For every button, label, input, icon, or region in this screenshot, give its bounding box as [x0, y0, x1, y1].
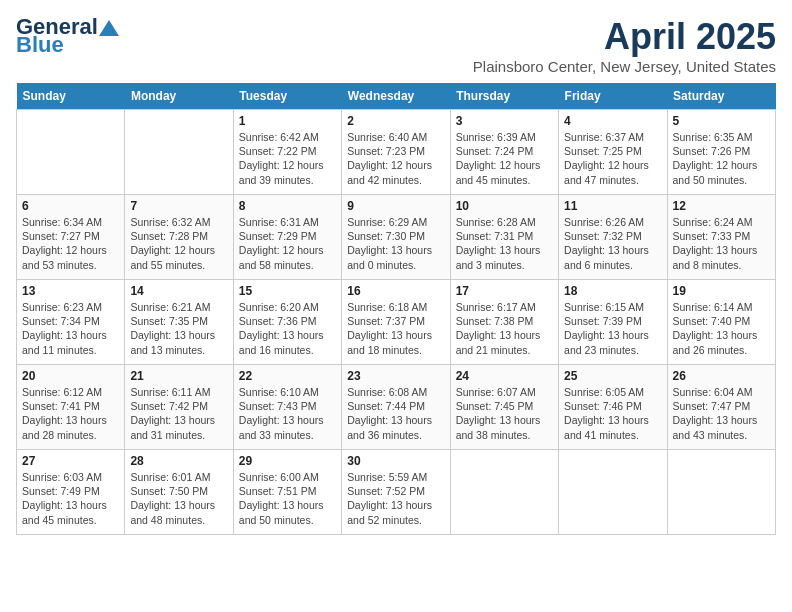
- calendar-cell: 16Sunrise: 6:18 AMSunset: 7:37 PMDayligh…: [342, 280, 450, 365]
- day-number: 7: [130, 199, 227, 213]
- calendar-cell: 24Sunrise: 6:07 AMSunset: 7:45 PMDayligh…: [450, 365, 558, 450]
- calendar-cell: 19Sunrise: 6:14 AMSunset: 7:40 PMDayligh…: [667, 280, 775, 365]
- day-number: 14: [130, 284, 227, 298]
- day-number: 24: [456, 369, 553, 383]
- calendar-cell: 1Sunrise: 6:42 AMSunset: 7:22 PMDaylight…: [233, 110, 341, 195]
- day-info: Sunrise: 6:01 AMSunset: 7:50 PMDaylight:…: [130, 470, 227, 527]
- location-title: Plainsboro Center, New Jersey, United St…: [473, 58, 776, 75]
- day-info: Sunrise: 6:18 AMSunset: 7:37 PMDaylight:…: [347, 300, 444, 357]
- logo-blue-text: Blue: [16, 34, 64, 56]
- day-info: Sunrise: 6:15 AMSunset: 7:39 PMDaylight:…: [564, 300, 661, 357]
- weekday-header-row: SundayMondayTuesdayWednesdayThursdayFrid…: [17, 83, 776, 110]
- day-info: Sunrise: 6:12 AMSunset: 7:41 PMDaylight:…: [22, 385, 119, 442]
- calendar-cell: 9Sunrise: 6:29 AMSunset: 7:30 PMDaylight…: [342, 195, 450, 280]
- calendar-cell: 18Sunrise: 6:15 AMSunset: 7:39 PMDayligh…: [559, 280, 667, 365]
- day-info: Sunrise: 6:26 AMSunset: 7:32 PMDaylight:…: [564, 215, 661, 272]
- svg-marker-0: [99, 20, 119, 36]
- day-info: Sunrise: 6:24 AMSunset: 7:33 PMDaylight:…: [673, 215, 770, 272]
- day-number: 5: [673, 114, 770, 128]
- week-row-3: 13Sunrise: 6:23 AMSunset: 7:34 PMDayligh…: [17, 280, 776, 365]
- day-number: 20: [22, 369, 119, 383]
- calendar-cell: 14Sunrise: 6:21 AMSunset: 7:35 PMDayligh…: [125, 280, 233, 365]
- week-row-1: 1Sunrise: 6:42 AMSunset: 7:22 PMDaylight…: [17, 110, 776, 195]
- weekday-header-thursday: Thursday: [450, 83, 558, 110]
- calendar-table: SundayMondayTuesdayWednesdayThursdayFrid…: [16, 83, 776, 535]
- day-info: Sunrise: 6:28 AMSunset: 7:31 PMDaylight:…: [456, 215, 553, 272]
- calendar-cell: 27Sunrise: 6:03 AMSunset: 7:49 PMDayligh…: [17, 450, 125, 535]
- calendar-cell: 20Sunrise: 6:12 AMSunset: 7:41 PMDayligh…: [17, 365, 125, 450]
- calendar-cell: [17, 110, 125, 195]
- day-number: 1: [239, 114, 336, 128]
- calendar-cell: 12Sunrise: 6:24 AMSunset: 7:33 PMDayligh…: [667, 195, 775, 280]
- day-info: Sunrise: 6:20 AMSunset: 7:36 PMDaylight:…: [239, 300, 336, 357]
- day-info: Sunrise: 6:17 AMSunset: 7:38 PMDaylight:…: [456, 300, 553, 357]
- day-info: Sunrise: 6:00 AMSunset: 7:51 PMDaylight:…: [239, 470, 336, 527]
- calendar-cell: 30Sunrise: 5:59 AMSunset: 7:52 PMDayligh…: [342, 450, 450, 535]
- calendar-cell: 23Sunrise: 6:08 AMSunset: 7:44 PMDayligh…: [342, 365, 450, 450]
- calendar-cell: 11Sunrise: 6:26 AMSunset: 7:32 PMDayligh…: [559, 195, 667, 280]
- day-number: 19: [673, 284, 770, 298]
- calendar-cell: 29Sunrise: 6:00 AMSunset: 7:51 PMDayligh…: [233, 450, 341, 535]
- day-number: 23: [347, 369, 444, 383]
- day-info: Sunrise: 6:08 AMSunset: 7:44 PMDaylight:…: [347, 385, 444, 442]
- day-number: 9: [347, 199, 444, 213]
- day-number: 25: [564, 369, 661, 383]
- day-info: Sunrise: 6:39 AMSunset: 7:24 PMDaylight:…: [456, 130, 553, 187]
- day-number: 13: [22, 284, 119, 298]
- day-info: Sunrise: 6:11 AMSunset: 7:42 PMDaylight:…: [130, 385, 227, 442]
- month-title: April 2025: [473, 16, 776, 58]
- page-header: General Blue April 2025 Plainsboro Cente…: [16, 16, 776, 75]
- logo: General Blue: [16, 16, 119, 56]
- day-number: 10: [456, 199, 553, 213]
- calendar-cell: 13Sunrise: 6:23 AMSunset: 7:34 PMDayligh…: [17, 280, 125, 365]
- day-info: Sunrise: 6:40 AMSunset: 7:23 PMDaylight:…: [347, 130, 444, 187]
- calendar-cell: [450, 450, 558, 535]
- weekday-header-monday: Monday: [125, 83, 233, 110]
- day-number: 22: [239, 369, 336, 383]
- calendar-cell: 22Sunrise: 6:10 AMSunset: 7:43 PMDayligh…: [233, 365, 341, 450]
- day-number: 18: [564, 284, 661, 298]
- calendar-cell: 21Sunrise: 6:11 AMSunset: 7:42 PMDayligh…: [125, 365, 233, 450]
- logo-icon: [99, 20, 119, 36]
- day-number: 11: [564, 199, 661, 213]
- day-info: Sunrise: 6:34 AMSunset: 7:27 PMDaylight:…: [22, 215, 119, 272]
- day-info: Sunrise: 6:14 AMSunset: 7:40 PMDaylight:…: [673, 300, 770, 357]
- calendar-cell: 4Sunrise: 6:37 AMSunset: 7:25 PMDaylight…: [559, 110, 667, 195]
- day-info: Sunrise: 6:32 AMSunset: 7:28 PMDaylight:…: [130, 215, 227, 272]
- day-info: Sunrise: 6:23 AMSunset: 7:34 PMDaylight:…: [22, 300, 119, 357]
- calendar-cell: [559, 450, 667, 535]
- day-number: 26: [673, 369, 770, 383]
- weekday-header-friday: Friday: [559, 83, 667, 110]
- week-row-5: 27Sunrise: 6:03 AMSunset: 7:49 PMDayligh…: [17, 450, 776, 535]
- weekday-header-wednesday: Wednesday: [342, 83, 450, 110]
- day-number: 27: [22, 454, 119, 468]
- day-info: Sunrise: 6:10 AMSunset: 7:43 PMDaylight:…: [239, 385, 336, 442]
- day-info: Sunrise: 6:04 AMSunset: 7:47 PMDaylight:…: [673, 385, 770, 442]
- calendar-cell: 28Sunrise: 6:01 AMSunset: 7:50 PMDayligh…: [125, 450, 233, 535]
- day-info: Sunrise: 6:29 AMSunset: 7:30 PMDaylight:…: [347, 215, 444, 272]
- day-info: Sunrise: 5:59 AMSunset: 7:52 PMDaylight:…: [347, 470, 444, 527]
- day-number: 4: [564, 114, 661, 128]
- day-number: 12: [673, 199, 770, 213]
- day-number: 21: [130, 369, 227, 383]
- day-info: Sunrise: 6:31 AMSunset: 7:29 PMDaylight:…: [239, 215, 336, 272]
- calendar-cell: 17Sunrise: 6:17 AMSunset: 7:38 PMDayligh…: [450, 280, 558, 365]
- weekday-header-saturday: Saturday: [667, 83, 775, 110]
- day-number: 15: [239, 284, 336, 298]
- day-info: Sunrise: 6:21 AMSunset: 7:35 PMDaylight:…: [130, 300, 227, 357]
- day-info: Sunrise: 6:03 AMSunset: 7:49 PMDaylight:…: [22, 470, 119, 527]
- calendar-cell: 25Sunrise: 6:05 AMSunset: 7:46 PMDayligh…: [559, 365, 667, 450]
- day-info: Sunrise: 6:37 AMSunset: 7:25 PMDaylight:…: [564, 130, 661, 187]
- calendar-cell: 26Sunrise: 6:04 AMSunset: 7:47 PMDayligh…: [667, 365, 775, 450]
- calendar-cell: 5Sunrise: 6:35 AMSunset: 7:26 PMDaylight…: [667, 110, 775, 195]
- calendar-cell: 10Sunrise: 6:28 AMSunset: 7:31 PMDayligh…: [450, 195, 558, 280]
- title-block: April 2025 Plainsboro Center, New Jersey…: [473, 16, 776, 75]
- day-number: 2: [347, 114, 444, 128]
- day-info: Sunrise: 6:42 AMSunset: 7:22 PMDaylight:…: [239, 130, 336, 187]
- day-number: 6: [22, 199, 119, 213]
- calendar-cell: 2Sunrise: 6:40 AMSunset: 7:23 PMDaylight…: [342, 110, 450, 195]
- calendar-cell: 15Sunrise: 6:20 AMSunset: 7:36 PMDayligh…: [233, 280, 341, 365]
- calendar-cell: 3Sunrise: 6:39 AMSunset: 7:24 PMDaylight…: [450, 110, 558, 195]
- day-info: Sunrise: 6:35 AMSunset: 7:26 PMDaylight:…: [673, 130, 770, 187]
- day-number: 30: [347, 454, 444, 468]
